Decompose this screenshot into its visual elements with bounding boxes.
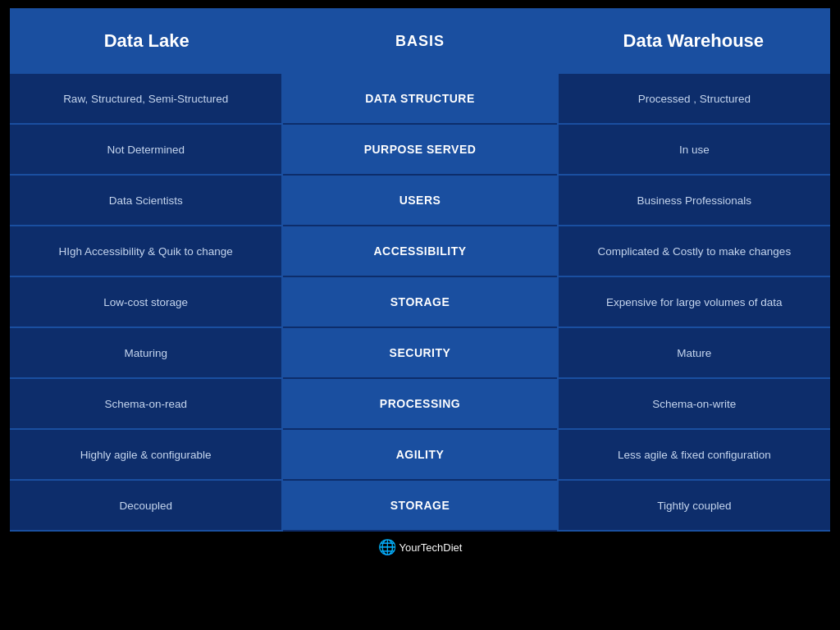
row-8-left: Decoupled (10, 481, 283, 532)
row-6-left: Schema-on-read (10, 379, 283, 430)
row-2-center: USERS (283, 176, 556, 226)
row-4-center: STORAGE (283, 277, 556, 328)
row-3-center: ACCESSIBILITY (283, 226, 556, 277)
basis-title: BASIS (395, 33, 445, 50)
row-8-center: STORAGE (283, 481, 556, 532)
row-7-left: Highly agile & configurable (10, 430, 283, 481)
row-5-right: Mature (557, 328, 830, 379)
row-2-right: Business Professionals (557, 176, 830, 226)
row-6-right: Schema-on-write (557, 379, 830, 430)
row-0-left: Raw, Structured, Semi-Structured (10, 74, 283, 125)
row-3-left: HIgh Accessibility & Quik to change (10, 226, 283, 277)
row-1-right: In use (557, 125, 830, 176)
row-4-right: Expensive for large volumes of data (557, 277, 830, 328)
row-7-right: Less agile & fixed configuration (557, 430, 830, 481)
data-lake-title: Data Lake (104, 30, 189, 52)
data-warehouse-title: Data Warehouse (623, 30, 765, 52)
row-1-left: Not Determined (10, 125, 283, 176)
row-5-center: SECURITY (283, 328, 556, 379)
row-4-left: Low-cost storage (10, 277, 283, 328)
row-2-left: Data Scientists (10, 176, 283, 226)
main-container: Data Lake BASIS Data Warehouse Raw, Stru… (10, 8, 830, 559)
row-8-right: Tightly coupled (557, 481, 830, 532)
row-5-left: Maturing (10, 328, 283, 379)
header-center: BASIS (283, 8, 556, 74)
brand-logo-icon: 🌐 (378, 538, 396, 556)
footer: 🌐 YourTechDiet (10, 532, 830, 559)
row-3-right: Complicated & Costly to make changes (557, 226, 830, 277)
row-1-center: PURPOSE SERVED (283, 125, 556, 176)
comparison-table: Data Lake BASIS Data Warehouse Raw, Stru… (10, 8, 830, 532)
row-7-center: AGILITY (283, 430, 556, 481)
row-0-center: DATA STRUCTURE (283, 74, 556, 125)
header-left: Data Lake (10, 8, 283, 74)
brand-name: YourTechDiet (399, 541, 463, 554)
row-0-right: Processed , Structured (557, 74, 830, 125)
header-right: Data Warehouse (557, 8, 830, 74)
row-6-center: PROCESSING (283, 379, 556, 430)
